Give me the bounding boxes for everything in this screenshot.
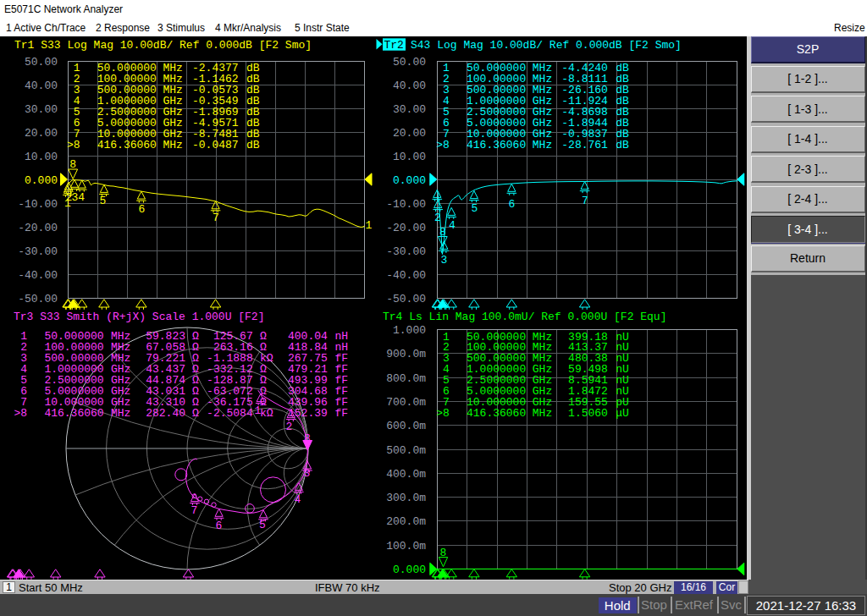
svg-text:Tr2: Tr2 [384, 39, 404, 52]
svg-text:Tr3 S33 Smith (R+jX) Scale 1.0: Tr3 S33 Smith (R+jX) Scale 1.000U [F2] [14, 311, 264, 323]
svg-text:300.0m: 300.0m [386, 492, 426, 504]
svg-text:5: 5 [472, 202, 478, 215]
svg-text:5: 5 [100, 195, 107, 207]
svg-text:500.0m: 500.0m [386, 444, 426, 457]
svg-text:7: 7 [191, 504, 198, 517]
svg-text:kΩ: kΩ [260, 407, 273, 420]
svg-text:400.0m: 400.0m [386, 468, 426, 481]
svg-text:-40.00: -40.00 [386, 269, 426, 282]
svg-text:800.0m: 800.0m [386, 372, 426, 385]
svg-text:Ω: Ω [192, 407, 199, 420]
svg-text:8: 8 [69, 158, 76, 171]
svg-text:-0.0487: -0.0487 [192, 139, 239, 151]
svg-text:416.36060: 416.36060 [44, 407, 103, 420]
svg-text:fF: fF [334, 407, 348, 420]
svg-text:>8: >8 [436, 139, 450, 151]
svg-text:900.0m: 900.0m [386, 348, 426, 360]
svg-text:100.0m: 100.0m [386, 540, 426, 553]
svg-text:7: 7 [582, 195, 588, 207]
svg-text:4: 4 [449, 219, 456, 232]
svg-text:416.36060: 416.36060 [467, 407, 526, 420]
svg-text:6: 6 [216, 520, 223, 532]
svg-text:700.0m: 700.0m [386, 396, 426, 409]
svg-text:416.36060: 416.36060 [467, 139, 526, 151]
svg-text:200.0m: 200.0m [386, 515, 426, 528]
svg-text:1: 1 [255, 404, 262, 417]
svg-text:dB: dB [246, 139, 260, 151]
svg-text:-30.00: -30.00 [18, 245, 58, 258]
svg-text:20.00: 20.00 [25, 127, 58, 140]
svg-text:5: 5 [259, 519, 266, 531]
svg-text:1: 1 [366, 219, 373, 232]
svg-text:-20.00: -20.00 [386, 222, 426, 234]
svg-text:40.00: 40.00 [25, 80, 58, 92]
svg-text:600.0m: 600.0m [386, 420, 426, 432]
svg-text:282.40: 282.40 [146, 407, 185, 420]
svg-text:3: 3 [440, 254, 447, 267]
svg-text:2: 2 [286, 421, 293, 433]
svg-text:0.000: 0.000 [393, 564, 426, 576]
svg-text:-50.00: -50.00 [386, 293, 426, 305]
svg-text:-10.00: -10.00 [18, 198, 58, 211]
svg-text:-20.00: -20.00 [18, 222, 58, 234]
svg-text:-2.5084: -2.5084 [207, 407, 253, 420]
svg-text:3: 3 [304, 467, 311, 480]
svg-text:-30.00: -30.00 [386, 245, 426, 258]
svg-text:-40.00: -40.00 [18, 269, 58, 282]
svg-text:MHz: MHz [533, 407, 552, 420]
svg-text:dB: dB [616, 139, 629, 151]
svg-text:40.00: 40.00 [393, 80, 426, 92]
svg-text:10.00: 10.00 [25, 151, 58, 163]
svg-text:4: 4 [295, 493, 301, 506]
svg-text:-28.761: -28.761 [561, 139, 608, 151]
svg-text:MHz: MHz [111, 407, 130, 420]
svg-text:>8: >8 [67, 139, 80, 151]
svg-text:1.5060: 1.5060 [568, 407, 608, 420]
svg-text:MHz: MHz [163, 139, 183, 151]
svg-text:1.000: 1.000 [393, 324, 426, 337]
svg-text:30.00: 30.00 [393, 103, 426, 116]
svg-text:6: 6 [139, 203, 146, 216]
svg-text:7: 7 [213, 212, 219, 224]
svg-text:30.00: 30.00 [25, 103, 58, 116]
svg-text:μU: μU [616, 407, 629, 420]
svg-text:6: 6 [508, 198, 515, 211]
svg-text:10.00: 10.00 [393, 151, 426, 163]
svg-text:416.36060: 416.36060 [97, 139, 157, 151]
svg-text:S43 Log Mag 10.00dB/ Ref 0.000: S43 Log Mag 10.00dB/ Ref 0.000dB [F2 Smo… [411, 39, 682, 52]
svg-text:>8: >8 [436, 407, 450, 420]
svg-text:-10.00: -10.00 [386, 198, 426, 211]
svg-text:>8: >8 [14, 407, 27, 420]
svg-text:0.000: 0.000 [25, 174, 58, 187]
svg-text:0.000: 0.000 [393, 174, 426, 187]
svg-text:Tr1 S33 Log Mag 10.00dB/ Ref 0: Tr1 S33 Log Mag 10.00dB/ Ref 0.000dB [F2… [14, 39, 312, 52]
svg-text:50.00: 50.00 [25, 56, 58, 69]
svg-text:50.00: 50.00 [393, 56, 426, 69]
svg-text:2: 2 [434, 212, 441, 224]
svg-text:MHz: MHz [533, 139, 552, 151]
svg-text:4: 4 [78, 191, 85, 204]
svg-text:20.00: 20.00 [393, 127, 426, 140]
svg-text:Tr4 Ls Lin Mag 100.0mU/ Ref 0.: Tr4 Ls Lin Mag 100.0mU/ Ref 0.000U [F2 E… [383, 311, 666, 323]
svg-text:-50.00: -50.00 [18, 293, 58, 305]
svg-text:3: 3 [72, 191, 79, 204]
